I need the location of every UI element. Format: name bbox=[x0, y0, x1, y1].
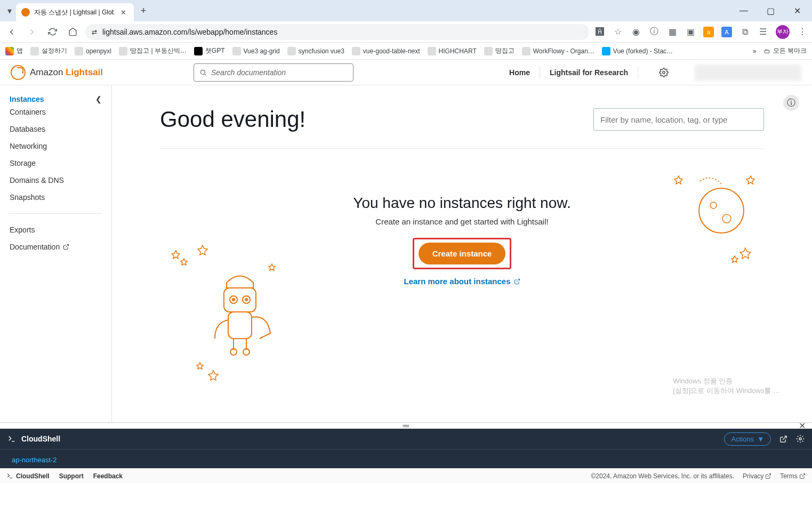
svg-point-9 bbox=[245, 299, 247, 301]
cloudshell-actions-button[interactable]: Actions▼ bbox=[724, 432, 771, 446]
nav-research[interactable]: Lightsail for Research bbox=[540, 66, 638, 79]
ext3-icon[interactable]: ▣ bbox=[685, 27, 696, 37]
bookmark-item[interactable]: openpyxl bbox=[75, 47, 111, 55]
ext1-icon[interactable]: ⓘ bbox=[649, 27, 660, 37]
cloudshell-title: CloudShell bbox=[21, 435, 60, 443]
bottom-support[interactable]: Support bbox=[59, 472, 84, 480]
privacy-link[interactable]: Privacy bbox=[743, 472, 771, 480]
bookmark-item[interactable]: 설정하기 bbox=[30, 46, 67, 55]
browser-tab[interactable]: 자동 스냅샷 | Lightsail | Global ✕ bbox=[16, 3, 134, 21]
extensions-icon[interactable]: ⧉ bbox=[739, 27, 750, 37]
sidebar-item-documentation[interactable]: Documentation bbox=[0, 238, 111, 255]
create-instance-button[interactable]: Create instance bbox=[419, 243, 506, 264]
maximize-button[interactable]: ▢ bbox=[759, 3, 782, 19]
doc-search-input[interactable]: Search documentation bbox=[194, 63, 353, 82]
account-info[interactable] bbox=[695, 65, 801, 81]
all-bookmarks[interactable]: 🗀모든 북마크 bbox=[764, 46, 807, 55]
ext4-icon[interactable]: a bbox=[703, 27, 714, 37]
close-window-button[interactable]: ✕ bbox=[785, 3, 809, 19]
moon-decoration bbox=[663, 168, 759, 275]
sidebar-item-snapshots[interactable]: Snapshots bbox=[0, 189, 111, 206]
lightsail-logo[interactable]: Amazon Lightsail bbox=[11, 65, 103, 80]
forward-button[interactable] bbox=[25, 25, 39, 39]
main-content: ⓘ Good evening! bbox=[112, 85, 812, 422]
svg-point-8 bbox=[232, 299, 235, 301]
bookmark-item[interactable]: 땅집고 bbox=[484, 46, 514, 55]
favicon-icon bbox=[21, 8, 30, 17]
greeting-heading: Good evening! bbox=[160, 107, 305, 132]
svg-rect-10 bbox=[228, 312, 252, 339]
bookmark-item[interactable]: syncfusion vue3 bbox=[287, 47, 344, 55]
svg-rect-5 bbox=[224, 288, 256, 312]
tab-title: 자동 스냅샷 | Lightsail | Global bbox=[34, 8, 114, 17]
sidebar-item-instances[interactable]: Instances bbox=[10, 95, 44, 103]
terminal-icon bbox=[7, 435, 16, 443]
svg-point-0 bbox=[200, 70, 205, 74]
lightsail-header: Amazon Lightsail Search documentation Ho… bbox=[0, 60, 812, 85]
terms-link[interactable]: Terms bbox=[780, 472, 806, 480]
sidebar-item-containers[interactable]: Containers bbox=[0, 103, 111, 121]
reading-list-icon[interactable]: ☰ bbox=[758, 27, 768, 37]
bookmark-item[interactable]: vue-good-table-next bbox=[352, 47, 420, 55]
apps-button[interactable]: 앱 bbox=[5, 46, 23, 55]
back-button[interactable] bbox=[4, 25, 19, 39]
info-button[interactable]: ⓘ bbox=[783, 95, 799, 111]
gear-icon[interactable] bbox=[796, 435, 805, 443]
cloudshell-tabs: ap-northeast-2 bbox=[0, 449, 812, 468]
chrome-menu-button[interactable]: ⋮ bbox=[797, 27, 808, 37]
home-button[interactable] bbox=[65, 25, 80, 39]
create-instance-highlight: Create instance bbox=[413, 238, 512, 269]
settings-button[interactable] bbox=[654, 63, 673, 82]
minimize-button[interactable]: — bbox=[732, 3, 755, 19]
bookmark-item[interactable]: Vue (forked) - Stac… bbox=[602, 47, 673, 55]
bookmark-item[interactable]: 땅집고 | 부동산빅… bbox=[119, 46, 187, 55]
bookmark-item[interactable]: 챗GPT bbox=[194, 46, 225, 55]
nav-home[interactable]: Home bbox=[500, 66, 540, 79]
cloudshell-region-tab[interactable]: ap-northeast-2 bbox=[4, 453, 65, 468]
cloudshell-header: CloudShell Actions▼ bbox=[0, 429, 812, 449]
bookmarks-bar: 앱 설정하기 openpyxl 땅집고 | 부동산빅… 챗GPT Vue3 ag… bbox=[0, 43, 812, 60]
sidebar-item-networking[interactable]: Networking bbox=[0, 138, 111, 155]
terminal-icon bbox=[6, 472, 13, 479]
cloudshell-close-button[interactable]: ✕ bbox=[799, 421, 806, 431]
camera-icon[interactable]: ◉ bbox=[631, 27, 641, 37]
address-bar[interactable]: ⇄ lightsail.aws.amazon.com/ls/webapp/hom… bbox=[85, 24, 589, 40]
bottom-feedback[interactable]: Feedback bbox=[93, 472, 123, 480]
browser-tab-strip: ▾ 자동 스냅샷 | Lightsail | Global ✕ + — ▢ ✕ bbox=[0, 0, 812, 21]
external-link-icon bbox=[63, 244, 69, 250]
reload-button[interactable] bbox=[45, 25, 60, 39]
star-icon[interactable]: ☆ bbox=[613, 27, 623, 37]
bookmark-item[interactable]: WorkFlowy - Organ… bbox=[522, 47, 594, 55]
popout-icon[interactable] bbox=[779, 435, 787, 443]
svg-point-3 bbox=[710, 202, 717, 208]
svg-point-4 bbox=[722, 214, 731, 223]
ext2-icon[interactable]: ▦ bbox=[667, 27, 678, 37]
site-info-icon[interactable]: ⇄ bbox=[92, 28, 97, 36]
sidebar-item-databases[interactable]: Databases bbox=[0, 121, 111, 138]
learn-more-link[interactable]: Learn more about instances bbox=[404, 277, 520, 286]
collapse-sidebar-button[interactable]: ❮ bbox=[95, 95, 102, 103]
sidebar: Instances ❮ Containers Databases Network… bbox=[0, 85, 112, 422]
svg-point-13 bbox=[799, 438, 801, 440]
bottom-bar: CloudShell Support Feedback ©2024, Amazo… bbox=[0, 468, 812, 483]
cloudshell-resize-handle[interactable]: ═✕ bbox=[0, 422, 812, 429]
translate-icon[interactable]: 🅰 bbox=[594, 27, 605, 37]
search-icon bbox=[199, 69, 207, 76]
sidebar-item-exports[interactable]: Exports bbox=[0, 221, 111, 238]
bottom-cloudshell[interactable]: CloudShell bbox=[6, 472, 50, 480]
profile-avatar[interactable]: 부자 bbox=[776, 25, 790, 39]
external-link-icon bbox=[514, 278, 520, 285]
sidebar-item-domains[interactable]: Domains & DNS bbox=[0, 172, 111, 189]
close-tab-button[interactable]: ✕ bbox=[118, 9, 128, 17]
bookmark-item[interactable]: HIGHCHART bbox=[428, 47, 477, 55]
windows-watermark: Windows 정품 인증[설정]으로 이동하여 Windows를 … bbox=[673, 376, 780, 396]
lightsail-logo-icon bbox=[11, 65, 26, 80]
copyright-text: ©2024, Amazon Web Services, Inc. or its … bbox=[591, 472, 734, 480]
tab-menu-button[interactable]: ▾ bbox=[3, 4, 16, 17]
bookmark-item[interactable]: Vue3 ag-grid bbox=[232, 47, 280, 55]
ext5-icon[interactable]: A bbox=[721, 27, 732, 37]
filter-input[interactable] bbox=[593, 108, 764, 131]
bookmark-overflow[interactable]: » bbox=[753, 47, 757, 55]
new-tab-button[interactable]: + bbox=[136, 3, 151, 18]
sidebar-item-storage[interactable]: Storage bbox=[0, 155, 111, 172]
